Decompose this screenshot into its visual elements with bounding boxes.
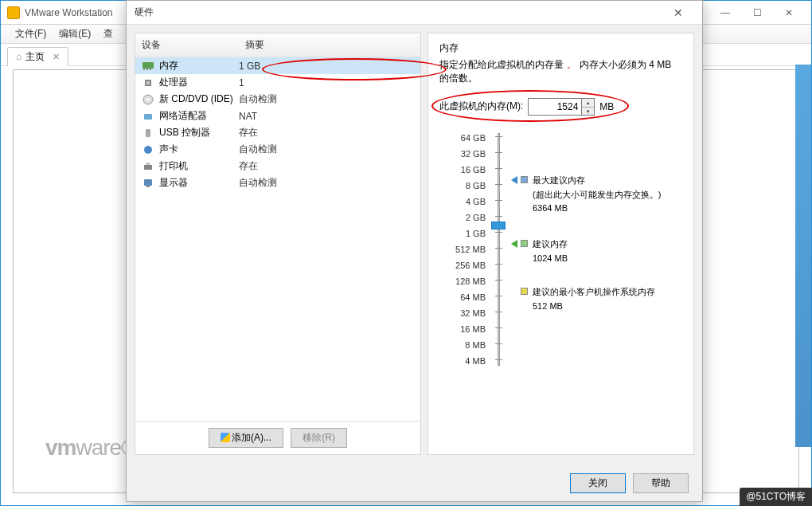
square-blue-icon (521, 176, 528, 183)
square-green-icon (521, 240, 528, 247)
menu-view[interactable]: 查 (97, 25, 119, 42)
slider-label: 256 MB (439, 257, 486, 273)
memory-icon (142, 61, 154, 72)
hardware-row-cpu[interactable]: 处理器1 (135, 74, 420, 91)
memory-input[interactable]: 1524 (528, 98, 582, 116)
dialog-close-button[interactable]: ✕ (662, 6, 694, 19)
home-icon: ⌂ (16, 51, 21, 62)
dialog-help-button[interactable]: 帮助 (633, 473, 689, 493)
hardware-buttons-row: 添加(A)... 移除(R) (135, 421, 420, 454)
cd-icon (142, 94, 154, 105)
dialog-close-action-button[interactable]: 关闭 (570, 473, 626, 493)
background-fragment (795, 65, 811, 447)
slider-label: 8 GB (439, 178, 486, 194)
slider-tick (495, 343, 502, 344)
app-title: VMware Workstation (25, 7, 112, 18)
slider-tick (495, 136, 502, 137)
hardware-row-memory[interactable]: 内存1 GB (135, 57, 420, 74)
printer-icon (142, 161, 154, 172)
slider-label: 64 MB (439, 289, 486, 305)
marker-recommended: 建议内存 1024 MB (511, 238, 568, 265)
slider-tick (495, 168, 502, 169)
slider-tick (495, 152, 502, 153)
dialog-body: 设备 摘要 内存1 GB处理器1新 CD/DVD (IDE)自动检测网络适配器N… (127, 25, 702, 463)
slider-tick (495, 328, 502, 328)
hardware-list: 设备 摘要 内存1 GB处理器1新 CD/DVD (IDE)自动检测网络适配器N… (135, 33, 420, 421)
slider-tick (495, 216, 502, 217)
vmware-logo: vmware® (45, 435, 137, 461)
hardware-row-printer[interactable]: 打印机存在 (135, 158, 420, 175)
tab-home[interactable]: ⌂ 主页 ✕ (7, 47, 68, 66)
usb-icon (142, 127, 154, 139)
memory-settings-panel: 内存 指定分配给此虚拟机的内存量。内存大小必须为 4 MB 的倍数。 此虚拟机的… (427, 33, 694, 455)
header-device: 设备 (142, 38, 245, 52)
slider-tick (495, 200, 502, 201)
memory-slider-area: 64 GB32 GB16 GB8 GB4 GB2 GB1 GB512 MB256… (439, 130, 682, 369)
hardware-row-cd[interactable]: 新 CD/DVD (IDE)自动检测 (135, 91, 420, 108)
close-button[interactable]: ✕ (773, 2, 805, 24)
slider-label: 512 MB (439, 241, 486, 257)
slider-label: 4 MB (439, 353, 486, 369)
maximize-button[interactable]: ☐ (741, 2, 773, 24)
memory-input-label: 此虚拟机的内存(M): (439, 100, 523, 113)
svg-point-10 (144, 146, 152, 154)
svg-rect-1 (143, 69, 145, 70)
slider-label: 1 GB (439, 226, 486, 241)
slider-tick (495, 312, 502, 312)
marker-max-recommended: 最大建议内存 (超出此大小可能发生内存交换。) 6364 MB (511, 175, 661, 216)
memory-heading: 内存 (439, 41, 682, 55)
slider-markers: 最大建议内存 (超出此大小可能发生内存交换。) 6364 MB 建议内存 102… (511, 130, 682, 369)
memory-slider[interactable] (490, 130, 506, 369)
menu-edit[interactable]: 编辑(E) (53, 25, 97, 42)
svg-rect-13 (144, 179, 152, 186)
watermark: @51CTO博客 (740, 488, 812, 506)
hardware-list-header: 设备 摘要 (135, 33, 420, 57)
svg-rect-12 (146, 163, 150, 165)
svg-rect-3 (150, 69, 151, 70)
dialog-titlebar[interactable]: 硬件 ✕ (127, 1, 702, 25)
tab-close-icon[interactable]: ✕ (53, 52, 60, 62)
slider-thumb[interactable] (491, 222, 506, 229)
svg-rect-9 (146, 129, 150, 137)
slider-label: 128 MB (439, 273, 486, 289)
display-icon (142, 178, 154, 189)
minimize-button[interactable]: — (709, 2, 741, 24)
hardware-dialog: 硬件 ✕ 设备 摘要 内存1 GB处理器1新 CD/DVD (IDE)自动检测网… (126, 0, 703, 502)
slider-tick (495, 296, 502, 296)
slider-tick (495, 248, 502, 249)
svg-rect-2 (146, 69, 148, 70)
spinner-down-icon[interactable]: ▼ (582, 108, 594, 116)
slider-tick (495, 280, 502, 280)
add-hardware-button[interactable]: 添加(A)... (209, 428, 283, 448)
slider-tick (495, 359, 502, 360)
slider-label: 32 GB (439, 146, 486, 162)
slider-tick (495, 264, 502, 265)
svg-rect-5 (146, 81, 150, 84)
dialog-footer: 关闭 帮助 (568, 473, 691, 493)
hardware-row-sound[interactable]: 声卡自动检测 (135, 141, 420, 158)
svg-point-7 (146, 98, 150, 101)
sound-icon (142, 144, 154, 155)
triangle-green-icon (511, 240, 517, 248)
svg-rect-14 (146, 186, 150, 187)
slider-label: 32 MB (439, 305, 486, 321)
slider-label: 4 GB (439, 194, 486, 210)
tab-home-label: 主页 (25, 50, 45, 64)
spinner-up-icon[interactable]: ▲ (582, 99, 594, 108)
slider-label: 16 GB (439, 162, 486, 178)
memory-description: 指定分配给此虚拟机的内存量。内存大小必须为 4 MB 的倍数。 (439, 58, 682, 85)
slider-tick-labels: 64 GB32 GB16 GB8 GB4 GB2 GB1 GB512 MB256… (439, 130, 486, 369)
header-summary: 摘要 (245, 38, 264, 52)
window-controls: — ☐ ✕ (709, 2, 805, 24)
hardware-row-net[interactable]: 网络适配器NAT (135, 108, 420, 124)
menu-file[interactable]: 文件(F) (9, 25, 53, 42)
square-yellow-icon (521, 288, 528, 295)
slider-label: 2 GB (439, 210, 486, 226)
remove-hardware-button[interactable]: 移除(R) (291, 428, 347, 448)
memory-spinner[interactable]: ▲▼ (582, 98, 595, 116)
hardware-row-display[interactable]: 显示器自动检测 (135, 175, 420, 191)
slider-label: 16 MB (439, 321, 486, 337)
hardware-row-usb[interactable]: USB 控制器存在 (135, 124, 420, 141)
svg-rect-0 (142, 62, 154, 69)
slider-label: 8 MB (439, 337, 486, 353)
